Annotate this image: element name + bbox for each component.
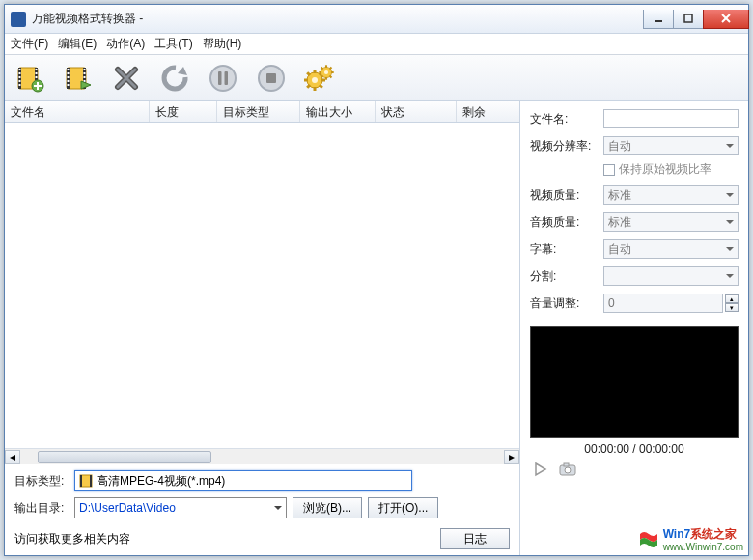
- video-preview[interactable]: [530, 326, 739, 438]
- footer-row: 访问获取更多相关内容 日志: [5, 526, 519, 555]
- svg-line-42: [320, 85, 322, 88]
- output-dir-label: 输出目录:: [14, 500, 69, 517]
- log-button[interactable]: 日志: [440, 528, 510, 549]
- titlebar: 万能视频格式转换器 -: [5, 5, 748, 34]
- window-controls: [643, 10, 748, 29]
- svg-rect-57: [80, 475, 82, 487]
- prop-split-field[interactable]: [603, 266, 739, 286]
- svg-rect-26: [84, 69, 86, 70]
- col-target-type[interactable]: 目标类型: [217, 101, 300, 122]
- menu-action[interactable]: 动作(A): [106, 36, 145, 52]
- properties-pane: 文件名: 视频分辨率: 自动 保持原始视频比率 视频质量: 标准 音频质量: 标…: [520, 101, 748, 555]
- svg-rect-11: [19, 84, 21, 86]
- svg-point-45: [312, 77, 318, 83]
- prop-aquality-field[interactable]: 标准: [603, 212, 739, 232]
- left-pane: 文件名 长度 目标类型 输出大小 状态 剩余 ◂ ▸ 目标类型: 高清M: [5, 101, 520, 555]
- menubar: 文件(F) 编辑(E) 动作(A) 工具(T) 帮助(H): [5, 34, 748, 55]
- svg-rect-14: [36, 76, 38, 78]
- horizontal-scrollbar[interactable]: ◂ ▸: [5, 448, 519, 464]
- svg-rect-32: [218, 71, 222, 85]
- menu-edit[interactable]: 编辑(E): [58, 36, 97, 52]
- svg-rect-28: [84, 76, 86, 78]
- prop-filename-label: 文件名:: [530, 111, 603, 127]
- svg-line-43: [307, 85, 310, 88]
- main-area: 文件名 长度 目标类型 输出大小 状态 剩余 ◂ ▸ 目标类型: 高清M: [5, 101, 748, 555]
- volume-spinner[interactable]: ▴▾: [725, 294, 739, 312]
- target-type-value: 高清MPEG-4视频(*.mp4): [97, 473, 225, 490]
- file-list[interactable]: [5, 123, 519, 448]
- close-button[interactable]: [703, 10, 749, 29]
- keep-ratio-label: 保持原始视频比率: [619, 161, 711, 178]
- maximize-button[interactable]: [673, 10, 704, 29]
- spin-up-icon[interactable]: ▴: [725, 294, 739, 303]
- svg-rect-21: [68, 69, 70, 70]
- convert-button[interactable]: [157, 61, 192, 96]
- timecode-display: 00:00:00 / 00:00:00: [530, 442, 739, 456]
- watermark-brand1: Win7: [663, 527, 691, 541]
- prop-resolution-field[interactable]: 自动: [603, 136, 739, 155]
- col-length[interactable]: 长度: [150, 101, 217, 122]
- pause-button[interactable]: [206, 61, 240, 96]
- prop-filename-field[interactable]: [603, 109, 739, 128]
- add-file-button[interactable]: [13, 61, 47, 96]
- open-button[interactable]: 打开(O)...: [368, 497, 438, 518]
- svg-rect-8: [19, 72, 21, 74]
- app-icon: [11, 12, 26, 27]
- svg-line-53: [321, 75, 323, 77]
- menu-file[interactable]: 文件(F): [11, 36, 48, 52]
- snapshot-button[interactable]: [557, 460, 578, 479]
- prop-resolution-label: 视频分辨率:: [530, 138, 603, 154]
- toolbar: [5, 55, 748, 101]
- bottom-controls: 目标类型: 高清MPEG-4视频(*.mp4) 输出目录: D:\UserDat…: [5, 464, 519, 526]
- app-window: 万能视频格式转换器 - 文件(F) 编辑(E) 动作(A) 工具(T) 帮助(H…: [4, 4, 749, 556]
- col-output-size[interactable]: 输出大小: [300, 101, 376, 122]
- remove-button[interactable]: [109, 61, 144, 96]
- windows-logo-icon: [638, 530, 659, 549]
- svg-rect-25: [68, 84, 70, 86]
- svg-rect-10: [19, 80, 21, 82]
- settings-button[interactable]: [302, 61, 337, 96]
- col-remaining[interactable]: 剩余: [457, 101, 519, 122]
- svg-point-55: [324, 70, 328, 73]
- prop-subtitle-field[interactable]: 自动: [603, 239, 739, 259]
- scroll-left-arrow[interactable]: ◂: [5, 450, 20, 464]
- col-status[interactable]: 状态: [376, 101, 457, 122]
- play-button[interactable]: [530, 460, 551, 479]
- svg-line-41: [307, 72, 310, 75]
- watermark: Win7系统之家 www.Winwin7.com: [634, 524, 747, 554]
- svg-rect-22: [68, 72, 70, 74]
- more-content-link[interactable]: 访问获取更多相关内容: [14, 531, 130, 547]
- keep-ratio-checkbox[interactable]: [603, 164, 615, 176]
- prop-vquality-field[interactable]: 标准: [603, 185, 739, 205]
- list-header: 文件名 长度 目标类型 输出大小 状态 剩余: [5, 101, 519, 123]
- stop-button[interactable]: [254, 61, 289, 96]
- target-type-combo[interactable]: 高清MPEG-4视频(*.mp4): [74, 470, 412, 491]
- svg-rect-35: [266, 73, 276, 83]
- svg-rect-12: [36, 69, 38, 70]
- output-dir-combo[interactable]: D:\UserData\Video: [74, 497, 287, 518]
- menu-help[interactable]: 帮助(H): [203, 36, 242, 52]
- watermark-url: www.Winwin7.com: [663, 543, 743, 552]
- svg-rect-9: [19, 76, 21, 78]
- svg-rect-13: [36, 72, 38, 74]
- browse-button[interactable]: 浏览(B)...: [293, 497, 362, 518]
- svg-line-52: [330, 75, 332, 77]
- svg-point-31: [210, 66, 236, 91]
- menu-tools[interactable]: 工具(T): [154, 36, 192, 52]
- col-filename[interactable]: 文件名: [5, 101, 150, 122]
- target-type-label: 目标类型:: [14, 473, 69, 490]
- watermark-brand2: 系统之家: [690, 527, 737, 541]
- minimize-button[interactable]: [643, 10, 674, 29]
- prop-split-label: 分割:: [530, 268, 603, 285]
- output-dir-value: D:\UserData\Video: [79, 501, 176, 515]
- scroll-thumb[interactable]: [38, 451, 211, 463]
- svg-rect-24: [68, 80, 70, 82]
- window-title: 万能视频格式转换器 -: [32, 11, 643, 27]
- add-folder-button[interactable]: [61, 61, 96, 96]
- scroll-right-arrow[interactable]: ▸: [504, 450, 519, 464]
- svg-rect-1: [684, 14, 692, 22]
- prop-subtitle-label: 字幕:: [530, 241, 603, 258]
- svg-rect-33: [225, 71, 229, 85]
- spin-down-icon[interactable]: ▾: [725, 303, 739, 312]
- prop-volume-field[interactable]: 0: [603, 294, 723, 313]
